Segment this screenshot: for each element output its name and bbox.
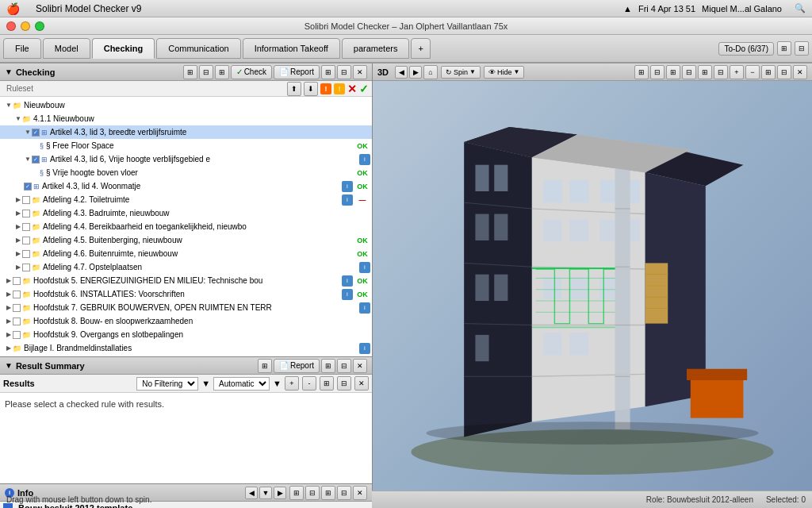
result-summary-close[interactable]: ✕ <box>353 359 367 373</box>
3d-btn-3[interactable]: ⊞ <box>666 65 680 79</box>
tree-row-afd46[interactable]: ▶ 📁 Afdeling 4.6. Buitenruimte, nieuwbou… <box>0 247 372 260</box>
results-btn-1[interactable]: + <box>285 376 299 391</box>
3d-btn-7[interactable]: ⊞ <box>761 65 776 79</box>
tree-action-1[interactable]: ⬆ <box>287 82 301 96</box>
svg-rect-12 <box>494 275 508 301</box>
spin-icon: ↻ <box>446 68 452 76</box>
menu-search-icon[interactable]: 🔍 <box>795 3 806 13</box>
spin-dropdown[interactable]: ▼ <box>469 68 476 75</box>
tree-row-vrije-hoogte[interactable]: § § Vrije hoogte boven vloer OK <box>0 166 372 179</box>
tab-model[interactable]: Model <box>43 38 90 59</box>
checkbox-afd46[interactable] <box>22 250 30 258</box>
checking-toolbar-btn-6[interactable]: ⊟ <box>337 65 351 79</box>
arrow-afd46: ▶ <box>14 250 22 257</box>
viewport-3d[interactable] <box>373 81 812 491</box>
results-btn-2[interactable]: - <box>302 376 316 391</box>
tab-checking[interactable]: Checking <box>92 38 155 59</box>
tab-file[interactable]: File <box>3 38 41 59</box>
tree-action-2[interactable]: ⬇ <box>304 82 318 96</box>
result-summary-btn-1[interactable]: ⊞ <box>258 359 272 373</box>
hide-button[interactable]: 👁 Hide ▼ <box>484 66 524 79</box>
tree-row-hfst5[interactable]: ▶ 📁 Hoofdstuk 5. ENERGIEZUINIGHEID EN MI… <box>0 274 372 287</box>
check-button[interactable]: ✓ Check <box>231 65 272 79</box>
hide-dropdown[interactable]: ▼ <box>514 68 520 75</box>
checkbox-hfst6[interactable] <box>13 291 21 298</box>
tab-communication[interactable]: Communication <box>156 38 240 59</box>
3d-btn-5[interactable]: ⊞ <box>698 65 712 79</box>
3d-btn-4[interactable]: ⊟ <box>682 65 696 79</box>
tab-information-takeoff[interactable]: Information Takeoff <box>243 38 340 59</box>
tree-row-art43-3[interactable]: ▼ ✓ ⊞ Artikel 4.3, lid 3, breedte verbli… <box>0 125 372 139</box>
tree-row-bijlage[interactable]: ▶ 📁 Bijlage I. Brandmeldinstallaties i <box>0 341 372 355</box>
filter-dropdown[interactable]: No Filtering <box>136 377 198 391</box>
checkbox-afd44[interactable] <box>22 223 30 231</box>
3d-home-icon[interactable]: ⌂ <box>423 65 438 79</box>
results-close[interactable]: ✕ <box>354 376 369 391</box>
tree-row-free-floor[interactable]: § § Free Floor Space OK <box>0 139 372 152</box>
tree-row-hfst8[interactable]: ▶ 📁 Hoofdstuk 8. Bouw- en sloopwerkzaamh… <box>0 314 372 328</box>
tree-row-afd47[interactable]: ▶ 📁 Afdeling 4.7. Opstelplaatsen i <box>0 260 372 274</box>
tree-row-hfst7[interactable]: ▶ 📁 Hoofdstuk 7. GEBRUIK BOUWERVEN, OPEN… <box>0 301 372 314</box>
auto-dropdown[interactable]: Automatic <box>213 377 270 391</box>
tree-row-afd42[interactable]: ▶ 📁 Afdeling 4.2. Toiletruimte i — <box>0 193 372 206</box>
results-btn-4[interactable]: ⊟ <box>337 376 351 391</box>
tree-row-afd44[interactable]: ▶ 📁 Afdeling 4.4. Bereikbaarheid en toeg… <box>0 220 372 233</box>
3d-btn-1[interactable]: ⊞ <box>634 65 649 79</box>
checkbox-afd47[interactable] <box>22 264 30 271</box>
checking-toolbar-btn-3[interactable]: ⊞ <box>215 65 229 79</box>
tree-row-nieuwbouw[interactable]: ▼ 📁 Nieuwbouw <box>0 98 372 112</box>
checking-toolbar-btn-2[interactable]: ⊟ <box>199 65 213 79</box>
apple-icon[interactable]: 🍎 <box>6 2 20 15</box>
status-selected: Selected: 0 <box>766 495 806 504</box>
3d-nav-back[interactable]: ◀ <box>395 66 408 79</box>
checkbox-art43-3[interactable]: ✓ <box>32 129 40 137</box>
checkbox-hfst9[interactable] <box>13 331 21 339</box>
3d-zoom-out[interactable]: − <box>745 65 760 79</box>
tree-label-hfst8: Hoofdstuk 8. Bouw- en sloopwerkzaamheden <box>33 317 370 325</box>
checkbox-art43-6[interactable]: ✓ <box>32 156 40 164</box>
result-summary-btn-2[interactable]: ⊞ <box>321 359 335 373</box>
tab-parameters[interactable]: parameters <box>342 38 410 59</box>
3d-btn-8[interactable]: ⊟ <box>777 65 791 79</box>
3d-view-title: 3D <box>377 67 389 77</box>
tree-row-afd45[interactable]: ▶ 📁 Afdeling 4.5. Buitenberging, nieuwbo… <box>0 233 372 247</box>
tree-row-411[interactable]: ▼ 📁 4.1.1 Nieuwbouw <box>0 112 372 125</box>
checkbox-woonmatje[interactable]: ✓ <box>24 183 32 190</box>
3d-btn-2[interactable]: ⊟ <box>650 65 665 79</box>
checkbox-hfst7[interactable] <box>13 304 21 312</box>
3d-close[interactable]: ✕ <box>793 65 807 79</box>
results-btn-3[interactable]: ⊞ <box>320 376 334 391</box>
checking-toolbar-close[interactable]: ✕ <box>353 65 367 79</box>
result-summary-btn-3[interactable]: ⊟ <box>337 359 351 373</box>
result-report-button[interactable]: 📄 Report <box>274 359 320 373</box>
tree-row-afd43[interactable]: ▶ 📁 Afdeling 4.3. Badruimte, nieuwbouw <box>0 206 372 220</box>
maximize-button[interactable] <box>35 21 44 31</box>
tree-view[interactable]: ▼ 📁 Nieuwbouw ▼ 📁 4.1.1 Nieuwbouw ▼ ✓ ⊞ <box>0 97 372 356</box>
checkbox-afd45[interactable] <box>22 237 30 244</box>
checkbox-hfst8[interactable] <box>13 318 21 325</box>
arrow-afd45: ▶ <box>14 237 22 244</box>
minimize-button[interactable] <box>21 21 30 31</box>
tree-row-woonmatje[interactable]: ✓ ⊞ Artikel 4.3, lid 4. Woonmatje i OK <box>0 179 372 193</box>
3d-zoom-in[interactable]: + <box>730 65 744 79</box>
checking-toolbar-btn-1[interactable]: ⊞ <box>183 65 197 79</box>
todo-badge[interactable]: To-Do (6/37) <box>718 42 774 56</box>
spin-button[interactable]: ↻ Spin ▼ <box>441 66 481 79</box>
tree-row-hfst6[interactable]: ▶ 📁 Hoofdstuk 6. INSTALLATIES: Voorschri… <box>0 287 372 301</box>
close-button[interactable] <box>6 21 16 31</box>
checkbox-hfst5[interactable] <box>13 277 21 285</box>
toolbar-icon-2[interactable]: ⊟ <box>795 41 809 56</box>
tree-row-hfst9[interactable]: ▶ 📁 Hoofdstuk 9. Overgangs en slotbepali… <box>0 328 372 341</box>
checkbox-afd42[interactable] <box>22 196 30 204</box>
3d-nav-forward[interactable]: ▶ <box>409 66 422 79</box>
report-button[interactable]: 📄 Report <box>274 65 320 79</box>
svg-rect-11 <box>475 275 488 301</box>
toolbar-icon-1[interactable]: ⊞ <box>777 41 791 56</box>
checkbox-afd43[interactable] <box>22 210 30 217</box>
tab-add[interactable]: + <box>411 38 430 59</box>
3d-btn-6[interactable]: ⊟ <box>714 65 728 79</box>
tree-row-art43-6[interactable]: ▼ ✓ ⊞ Artikel 4.3, lid 6, Vrije hoogte v… <box>0 152 372 166</box>
yellow-icon: ! <box>334 83 345 94</box>
checking-toolbar-btn-5[interactable]: ⊞ <box>321 65 335 79</box>
svg-rect-42 <box>645 263 668 323</box>
